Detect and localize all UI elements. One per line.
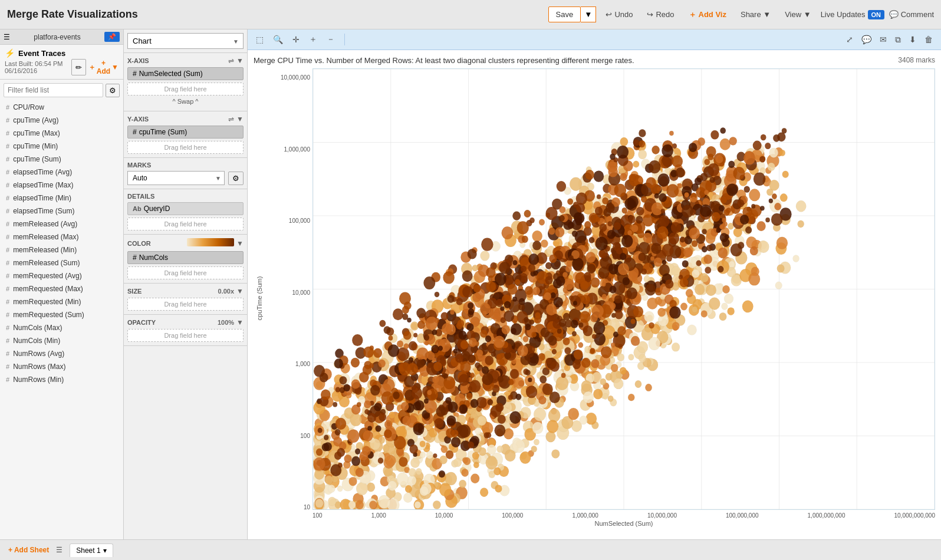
list-item[interactable]: #memReleased (Min) [0, 243, 123, 256]
svg-point-2844 [592, 334, 596, 339]
svg-point-1254 [420, 441, 426, 447]
swap-button[interactable]: ^ Swap ^ [127, 95, 244, 107]
delete-button[interactable]: 🗑 [922, 34, 935, 46]
list-item[interactable]: #NumRows (Avg) [0, 347, 123, 360]
svg-point-1658 [378, 495, 390, 508]
list-item[interactable]: #memRequested (Min) [0, 295, 123, 308]
list-item[interactable]: #NumRows (Min) [0, 373, 123, 386]
list-item[interactable]: #memReleased (Sum) [0, 256, 123, 269]
svg-point-2751 [448, 401, 458, 413]
list-item[interactable]: #memReleased (Avg) [0, 218, 123, 230]
marks-type-select[interactable]: Auto Bar Circle [127, 171, 225, 185]
svg-point-1853 [351, 358, 360, 367]
copy-button[interactable]: ⧉ [893, 34, 903, 46]
list-item[interactable]: #memRequested (Sum) [0, 308, 123, 321]
svg-point-2999 [702, 229, 706, 234]
chart-type-select[interactable]: Chart Table Bar Line Scatter [127, 33, 244, 49]
svg-point-1537 [410, 321, 419, 330]
svg-point-1686 [481, 251, 490, 261]
list-item[interactable]: #cpuTime (Avg) [0, 114, 123, 127]
pan-button[interactable]: ✛ [290, 34, 302, 45]
list-item[interactable]: #CPU/Row [0, 101, 123, 114]
details-label: DETAILS [127, 193, 244, 200]
svg-point-2890 [333, 437, 342, 446]
sheet-tab[interactable]: Sheet 1 ▾ [70, 543, 113, 557]
list-item[interactable]: #NumRows (Max) [0, 360, 123, 373]
hash-icon: # [6, 233, 9, 241]
y-axis-field-pill[interactable]: # cpuTime (Sum) [127, 126, 244, 139]
svg-point-2729 [470, 399, 479, 408]
search-input[interactable] [4, 83, 103, 97]
details-field-pill[interactable]: Ab QueryID [127, 202, 244, 215]
list-item[interactable]: #elapsedTime (Sum) [0, 205, 123, 218]
x-axis-sort-button[interactable]: ⇌ [228, 57, 234, 65]
color-section: COLOR ▼ # NumCols Drag field here [124, 235, 247, 284]
zoom-in-button[interactable]: 🔍 [271, 34, 285, 45]
size-dropdown-button[interactable]: ▼ [236, 287, 244, 295]
save-dropdown-button[interactable]: ▼ [581, 6, 596, 22]
add-sheet-button[interactable]: + Add Sheet [6, 546, 49, 554]
svg-point-1540 [439, 483, 451, 496]
svg-point-3009 [676, 167, 685, 177]
x-axis-field-pill[interactable]: # NumSelected (Sum) [127, 67, 244, 80]
svg-point-2934 [591, 359, 599, 368]
zoom-minus-button[interactable]: － [324, 33, 337, 46]
hash-icon: # [6, 285, 9, 292]
list-item[interactable]: #elapsedTime (Max) [0, 179, 123, 192]
undo-button[interactable]: ↩ Undo [601, 8, 637, 21]
svg-point-2922 [620, 253, 626, 260]
list-item[interactable]: #memReleased (Max) [0, 230, 123, 243]
edit-button[interactable]: ✏ [71, 59, 86, 75]
share-button[interactable]: Share ▼ [736, 8, 775, 21]
svg-point-2748 [495, 424, 506, 437]
scatter-plot[interactable] [312, 68, 935, 510]
pin-button[interactable]: 📌 [104, 32, 120, 42]
list-item[interactable]: #elapsedTime (Min) [0, 192, 123, 205]
size-drag-placeholder: Drag field here [127, 298, 244, 311]
svg-point-3007 [756, 221, 765, 231]
email-button[interactable]: ✉ [877, 34, 889, 46]
svg-point-2823 [538, 396, 546, 404]
svg-point-848 [414, 502, 421, 509]
view-button[interactable]: View ▼ [780, 8, 815, 21]
list-item[interactable]: #cpuTime (Sum) [0, 153, 123, 166]
annotate-button[interactable]: 💬 [859, 34, 874, 46]
list-item[interactable]: #NumCols (Max) [0, 321, 123, 334]
list-item[interactable]: #memRequested (Max) [0, 282, 123, 295]
color-drag-placeholder: Drag field here [127, 266, 244, 279]
zoom-plus-button[interactable]: ＋ [307, 33, 320, 46]
redo-button[interactable]: ↪ Redo [642, 8, 679, 21]
svg-point-2817 [526, 386, 537, 398]
save-button[interactable]: Save [548, 6, 581, 22]
add-viz-button[interactable]: ＋ Add Viz [684, 7, 731, 22]
svg-point-1763 [568, 408, 579, 420]
svg-point-2059 [765, 218, 769, 222]
field-settings-button[interactable]: ⚙ [106, 84, 120, 97]
live-updates-toggle[interactable]: ON [868, 10, 885, 19]
opacity-dropdown-button[interactable]: ▼ [236, 318, 244, 327]
y-axis-dropdown-button[interactable]: ▼ [236, 115, 244, 123]
svg-point-2662 [704, 190, 709, 195]
svg-point-2859 [608, 263, 618, 274]
sheet-menu-button[interactable]: ☰ [56, 546, 62, 554]
y-axis-sort-button[interactable]: ⇌ [228, 115, 234, 123]
fullscreen-button[interactable]: ⤢ [844, 34, 856, 46]
svg-point-1698 [692, 307, 697, 313]
list-item[interactable]: #NumCols (Min) [0, 334, 123, 347]
list-item[interactable]: #cpuTime (Max) [0, 127, 123, 140]
add-field-button[interactable]: ＋ + Add ▼ [88, 59, 119, 75]
list-item[interactable]: #cpuTime (Min) [0, 140, 123, 153]
svg-point-894 [548, 409, 561, 422]
comment-button[interactable]: 💬 Comment [889, 10, 934, 19]
marks-settings-button[interactable]: ⚙ [228, 172, 244, 185]
details-section: DETAILS Ab QueryID Drag field here [124, 189, 247, 235]
color-field-pill[interactable]: # NumCols [127, 251, 244, 264]
download-button[interactable]: ⬇ [907, 34, 919, 46]
svg-point-2818 [708, 163, 719, 176]
select-tool-button[interactable]: ⬚ [254, 34, 266, 45]
color-dropdown-button[interactable]: ▼ [236, 239, 244, 248]
x-axis-dropdown-button[interactable]: ▼ [236, 57, 244, 65]
svg-point-2303 [456, 298, 463, 305]
list-item[interactable]: #elapsedTime (Avg) [0, 166, 123, 179]
list-item[interactable]: #memRequested (Avg) [0, 269, 123, 282]
